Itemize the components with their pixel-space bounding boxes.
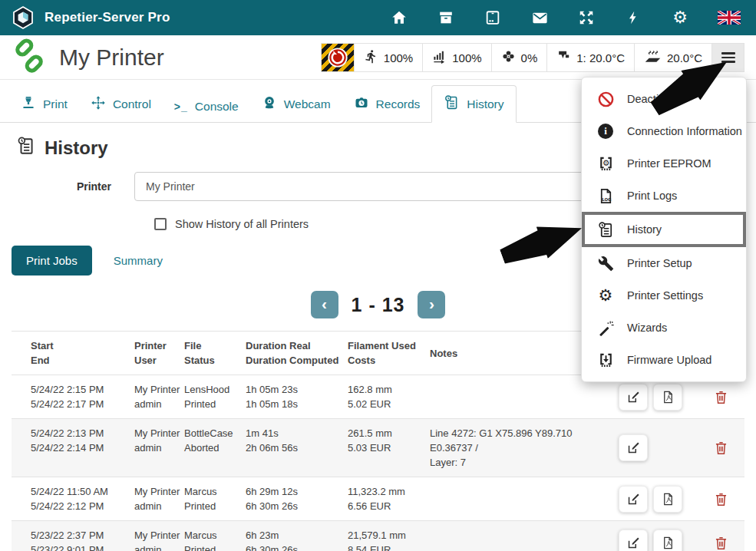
cell-start: 5/23/22 2:37 PM [31, 528, 134, 543]
cell-duration-computed: 1h 05m 18s [246, 397, 348, 411]
cell-duration-real: 1m 41s [246, 426, 348, 440]
print-jobs-button[interactable]: Print Jobs [12, 246, 92, 276]
header-file: File [184, 338, 246, 353]
cell-printer: My Printer [134, 484, 184, 499]
printer-status-bar: 100% 100% [321, 43, 744, 72]
home-icon[interactable] [390, 8, 408, 27]
cell-end: 5/24/22 2:17 PM [31, 397, 134, 411]
header-duration-computed: Duration Computed [246, 353, 348, 368]
cell-status: Aborted [184, 440, 246, 455]
magic-wand-icon [596, 320, 616, 336]
cell-costs: 5.02 EUR [348, 397, 430, 411]
tab-records[interactable]: Records [342, 87, 432, 122]
prev-page-button[interactable]: ‹ [311, 291, 338, 318]
tab-print[interactable]: Print [9, 87, 79, 122]
extruder-status-chip[interactable]: 1: 20.0°C [546, 44, 634, 71]
cell-printer: My Printer [134, 426, 184, 440]
tab-console[interactable]: >_ Console [163, 91, 250, 122]
tab-label: History [467, 97, 503, 111]
delete-job-button[interactable] [713, 440, 729, 456]
bed-temp-value: 20.0°C [667, 51, 702, 64]
tab-label: Control [113, 97, 151, 111]
move-arrows-icon [91, 95, 106, 114]
emergency-stop-icon[interactable] [322, 44, 354, 71]
tab-label: Console [195, 100, 239, 114]
repetier-server-app: Repetier-Server Pro ⚙ [0, 0, 756, 551]
menu-item-label: Firmware Upload [627, 354, 711, 366]
header-end: End [31, 353, 134, 368]
svg-text:LOG: LOG [602, 196, 611, 201]
edit-note-button[interactable] [619, 530, 648, 551]
uk-flag-icon[interactable] [718, 8, 741, 27]
pdf-export-button[interactable] [653, 486, 682, 513]
tab-label: Records [376, 97, 421, 111]
next-page-button[interactable]: › [418, 291, 445, 318]
menu-item-connection-information[interactable]: i Connection Information [582, 115, 746, 147]
flow-status-chip[interactable]: 100% [422, 44, 490, 71]
tab-history[interactable]: History [431, 85, 516, 123]
table-row: 5/23/22 2:37 PM5/23/22 9:01 PM My Printe… [12, 521, 744, 551]
show-all-printers-checkbox[interactable] [154, 218, 167, 230]
menu-item-label: Wizards [627, 322, 667, 334]
tab-webcam[interactable]: Webcam [250, 87, 342, 122]
speed-status-chip[interactable]: 100% [354, 44, 422, 71]
edit-note-button[interactable] [619, 486, 648, 513]
tablet-icon[interactable] [484, 8, 502, 27]
summary-button[interactable]: Summary [114, 254, 163, 267]
top-navbar: Repetier-Server Pro ⚙ [0, 0, 756, 35]
menu-item-deactivate[interactable]: Deactivate [582, 83, 746, 115]
cell-end: 5/24/22 2:14 PM [31, 440, 134, 455]
menu-item-printer-settings[interactable]: ⚙ Printer Settings [582, 279, 746, 312]
pdf-export-button[interactable] [653, 530, 682, 551]
cell-duration-computed: 6h 30m 26s [246, 543, 348, 551]
fan-status-chip[interactable]: 0% [491, 44, 547, 71]
extruder-temp-value: 1: 20.0°C [576, 51, 625, 64]
delete-job-button[interactable] [713, 491, 729, 507]
cell-end: 5/24/22 2:12 PM [31, 499, 134, 513]
show-all-printers-label: Show History of all Printers [175, 218, 309, 230]
svg-text:⚙: ⚙ [602, 157, 609, 167]
menu-item-label: Printer EEPROM [627, 157, 711, 170]
menu-item-history[interactable]: History [582, 212, 746, 247]
table-row: 5/24/22 11:50 AM5/24/22 2:12 PM My Print… [12, 477, 744, 521]
history-doc-clock-icon [596, 221, 616, 239]
cell-duration-computed: 6h 30m 26s [246, 499, 348, 513]
webcam-icon [262, 95, 277, 114]
cell-filament: 162.8 mm [348, 382, 430, 397]
flow-value: 100% [452, 51, 481, 64]
cell-duration-real: 1h 05m 23s [246, 382, 348, 397]
menu-item-printer-eeprom[interactable]: ⚙ Printer EEPROM [582, 147, 746, 180]
edit-note-button[interactable] [619, 434, 648, 461]
tab-control[interactable]: Control [79, 87, 163, 122]
menu-item-printer-setup[interactable]: Printer Setup [582, 247, 746, 279]
cell-printer: My Printer [134, 382, 184, 397]
cell-user: admin [134, 397, 184, 411]
lightning-icon[interactable] [624, 8, 642, 27]
delete-job-button[interactable] [713, 535, 729, 551]
fan-icon [501, 49, 516, 66]
archive-box-icon[interactable] [437, 8, 455, 27]
table-row: 5/24/22 2:13 PM5/24/22 2:14 PM My Printe… [12, 419, 744, 477]
delete-job-button[interactable] [713, 389, 729, 405]
cell-duration-real: 6h 29m 12s [246, 484, 348, 499]
menu-item-wizards[interactable]: Wizards [582, 312, 746, 344]
menu-item-firmware-upload[interactable]: Firmware Upload [582, 344, 746, 376]
bed-status-chip[interactable]: 20.0°C [634, 44, 711, 71]
cell-filament: 11,323.2 mm [348, 484, 430, 499]
header-start: Start [31, 338, 134, 353]
print-nozzle-icon [21, 95, 36, 114]
cell-printer: My Printer [134, 528, 184, 543]
gear-icon[interactable]: ⚙ [671, 8, 689, 27]
menu-item-label: Printer Settings [627, 289, 703, 302]
mail-icon[interactable] [530, 8, 549, 27]
expand-arrows-icon[interactable] [577, 8, 596, 27]
cell-start: 5/24/22 11:50 AM [31, 484, 134, 499]
hamburger-menu-icon[interactable] [711, 44, 744, 71]
menu-item-print-logs[interactable]: LOG Print Logs [582, 180, 746, 212]
edit-note-button[interactable] [619, 384, 648, 411]
pdf-export-button[interactable] [653, 384, 682, 411]
page-range: 1 - 13 [352, 294, 405, 316]
cell-duration-real: 6h 23m [246, 528, 348, 543]
cell-status: Printed [184, 499, 246, 513]
info-icon: i [596, 124, 616, 139]
